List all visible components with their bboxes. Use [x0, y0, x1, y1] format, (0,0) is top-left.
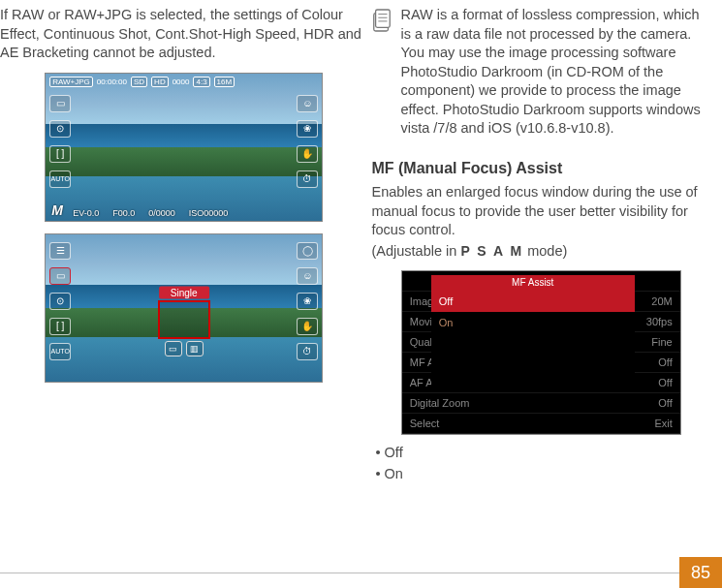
- menu-bg-value-5: Off: [658, 377, 672, 388]
- macro-icon: ❀: [297, 120, 318, 138]
- menu-icon: ☰: [49, 242, 71, 260]
- mf-assist-menu: Image Size20M Movie Size30fps QualityFin…: [401, 270, 681, 435]
- menu-bg-value-7: Exit: [654, 418, 672, 429]
- stabilizer-icon: ✋: [297, 318, 318, 335]
- burst-small-icon: ▥: [186, 341, 204, 356]
- camera-preview-1: RAW+JPG 00:00:00 SD HD 0000 4:3 16M ▭ ⊙ …: [45, 73, 323, 222]
- rec-time: 00:00:00: [97, 77, 127, 86]
- metering-icon: ⊙: [49, 293, 71, 310]
- camera1-right-icons: ☺ ❀ ✋ ⏱: [297, 95, 318, 188]
- focus-frame: [158, 300, 210, 339]
- menu-bg-value-1: 20M: [651, 295, 672, 307]
- mf-popup-title: MF Assist: [431, 275, 635, 291]
- raw-intro-text: If RAW or RAW+JPG is selected, the setti…: [0, 6, 367, 63]
- timer-icon: ⏱: [297, 343, 318, 360]
- single-shot-small-icon: ▭: [165, 341, 182, 356]
- camera1-left-icons: ▭ ⊙ [ ] AUTO: [49, 95, 71, 188]
- mf-assist-body: Enables an enlarged focus window during …: [371, 183, 710, 240]
- hd-badge: HD: [151, 77, 169, 87]
- face-icon: ☺: [297, 267, 318, 285]
- mf-option-on[interactable]: On: [431, 312, 635, 333]
- mf-adjustable-prefix: (Adjustable in: [371, 243, 460, 259]
- shutter-value: 0/0000: [148, 208, 175, 218]
- footer-divider: [0, 573, 679, 573]
- camera2-sub-icons: ▭ ▥: [165, 341, 204, 356]
- mf-popup-spacer: [431, 333, 635, 391]
- metering-icon: ⊙: [49, 120, 71, 138]
- menu-bg-value-6: Off: [658, 397, 672, 409]
- aspect-badge: 4:3: [193, 77, 209, 87]
- single-mode-label: Single: [159, 287, 209, 299]
- ev-value: EV-0.0: [73, 208, 99, 218]
- awb-icon: AUTO: [49, 343, 71, 360]
- menu-bg-value-3: Fine: [651, 336, 672, 348]
- mp-badge: 16M: [214, 77, 235, 87]
- mf-assist-popup: MF Assist Off On: [431, 275, 635, 391]
- af-area-icon: [ ]: [49, 145, 71, 163]
- camera2-left-icons: ☰ ▭ ⊙ [ ] AUTO: [49, 242, 71, 360]
- menu-bg-value-2: 30fps: [646, 316, 673, 327]
- timer-icon: ⏱: [297, 170, 318, 188]
- mode-m-letter: M: [51, 202, 63, 218]
- awb-icon: AUTO: [49, 170, 71, 188]
- mf-assist-heading: MF (Manual Focus) Assist: [371, 160, 710, 177]
- mode-glyph: P S A M: [460, 243, 523, 259]
- raw-note-text: RAW is a format of lossless compression,…: [400, 6, 710, 139]
- camera-preview-2: ☰ ▭ ⊙ [ ] AUTO ◯ ☺ ❀ ✋ ⏱ Single ▭ ▥: [45, 233, 323, 383]
- note-icon: [371, 8, 392, 33]
- stabilizer-icon: ✋: [297, 145, 318, 163]
- menu-bg-label-7: Select: [410, 418, 440, 429]
- macro-icon: ❀: [297, 293, 318, 310]
- svg-rect-1: [376, 10, 391, 27]
- mf-option-off[interactable]: Off: [431, 291, 635, 312]
- page-number: 85: [679, 557, 722, 588]
- camera1-bottombar: EV-0.0 F00.0 0/0000 ISO00000: [73, 208, 316, 218]
- shot-count: 0000: [173, 77, 190, 86]
- menu-bg-value-4: Off: [658, 356, 672, 368]
- single-shot-icon: ▭: [49, 267, 71, 285]
- menu-bg-label-6: Digital Zoom: [410, 397, 470, 409]
- af-area-icon: [ ]: [49, 318, 71, 335]
- camera2-right-icons: ◯ ☺ ❀ ✋ ⏱: [297, 242, 318, 360]
- single-shot-icon: ▭: [49, 95, 71, 112]
- mf-adjustable-line: (Adjustable in P S A M mode): [371, 242, 710, 262]
- camera1-topbar: RAW+JPG 00:00:00 SD HD 0000 4:3 16M: [49, 77, 318, 87]
- bullet-on: • On: [375, 466, 710, 481]
- bullet-off: • Off: [375, 445, 710, 460]
- f-value: F00.0: [112, 208, 135, 218]
- circle-icon: ◯: [297, 242, 318, 260]
- rawjpg-badge: RAW+JPG: [49, 77, 93, 87]
- iso-value: ISO00000: [189, 208, 229, 218]
- mf-adjustable-suffix: mode): [523, 243, 567, 259]
- face-icon: ☺: [297, 95, 318, 112]
- sd-badge: SD: [131, 77, 147, 87]
